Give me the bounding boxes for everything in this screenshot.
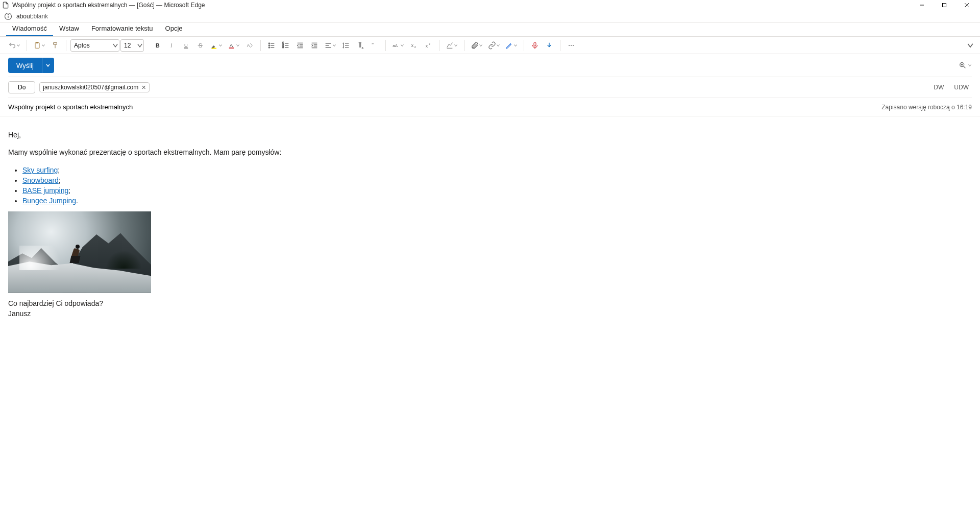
window-controls [911, 0, 978, 10]
zoom-button[interactable] [959, 61, 972, 69]
svg-text:”: ” [372, 42, 374, 49]
svg-rect-1 [943, 4, 946, 7]
superscript-button[interactable]: x2 [422, 39, 435, 52]
url-suffix: blank [33, 13, 48, 20]
tab-format-text[interactable]: Formatowanie tekstu [85, 21, 159, 36]
remove-recipient-icon[interactable]: ✕ [141, 84, 146, 91]
maximize-button[interactable] [933, 0, 955, 10]
address-bar: about:blank [0, 10, 980, 22]
body-list: Sky surfing; Snowboard; BASE jumping; Bu… [22, 165, 972, 206]
underline-button[interactable]: U [180, 39, 193, 52]
svg-text:U: U [184, 42, 188, 47]
tab-insert[interactable]: Wstaw [53, 21, 85, 36]
svg-point-58 [573, 45, 574, 46]
svg-point-56 [569, 45, 570, 46]
url-text[interactable]: about:blank [16, 13, 48, 20]
svg-text:3: 3 [282, 46, 284, 49]
clear-formatting-button[interactable]: A [243, 39, 256, 52]
font-name-select[interactable] [70, 39, 119, 52]
svg-point-23 [268, 47, 270, 48]
subscript-button[interactable]: x2 [407, 39, 421, 52]
strikethrough-button[interactable]: S [194, 39, 207, 52]
ltr-button[interactable] [354, 39, 367, 52]
close-button[interactable] [955, 0, 978, 10]
list-item: Sky surfing; [22, 165, 972, 175]
tab-message[interactable]: Wiadomość [6, 21, 53, 36]
subject-input[interactable] [8, 101, 877, 113]
quote-button[interactable]: ” [368, 39, 381, 52]
line-spacing-button[interactable] [339, 39, 353, 52]
list-item: BASE jumping; [22, 185, 972, 196]
svg-rect-15 [212, 47, 216, 49]
attach-button[interactable] [469, 39, 485, 52]
svg-point-6 [8, 14, 8, 15]
info-icon[interactable] [4, 12, 12, 20]
to-button[interactable]: Do [8, 81, 35, 93]
svg-text:2: 2 [429, 42, 430, 45]
font-size-select[interactable] [120, 39, 144, 52]
svg-text:A: A [230, 42, 233, 47]
page-icon [2, 2, 9, 9]
body-signature: Janusz [8, 308, 972, 319]
italic-button[interactable]: I [165, 39, 179, 52]
list-item: Snowboard; [22, 175, 972, 185]
font-size-input[interactable] [121, 42, 136, 49]
bold-button[interactable]: B [151, 39, 164, 52]
url-prefix: about: [16, 13, 33, 20]
bcc-button[interactable]: UDW [951, 84, 972, 91]
svg-text:aA: aA [393, 43, 398, 48]
increase-indent-button[interactable] [308, 39, 321, 52]
ribbon-toolbar: B I U S A A 123 ” aA x2 [0, 37, 980, 54]
svg-text:x: x [411, 42, 414, 47]
more-button[interactable] [565, 39, 578, 52]
svg-rect-8 [36, 42, 38, 43]
font-name-input[interactable] [71, 42, 112, 49]
ribbon-tabs: Wiadomość Wstaw Formatowanie tekstu Opcj… [0, 22, 980, 37]
embedded-image-snowboard[interactable] [8, 211, 151, 293]
svg-point-57 [571, 45, 572, 46]
dictate-button[interactable] [528, 39, 542, 52]
signature-button[interactable] [503, 39, 520, 52]
svg-text:x: x [426, 43, 428, 49]
paste-button[interactable] [31, 39, 47, 52]
window-title: Wspólny projekt o sportach ekstremalnych… [12, 2, 205, 9]
link-base-jumping[interactable]: BASE jumping [22, 186, 68, 195]
link-sky-surfing[interactable]: Sky surfing [22, 166, 58, 174]
svg-text:2: 2 [414, 45, 416, 49]
decrease-indent-button[interactable] [293, 39, 307, 52]
svg-text:A: A [247, 42, 250, 47]
link-snowboard[interactable]: Snowboard [22, 176, 59, 184]
body-greeting: Hej, [8, 130, 972, 140]
send-split-button: Wyślij [8, 58, 54, 73]
window-title-bar: Wspólny projekt o sportach ekstremalnych… [0, 0, 980, 10]
svg-text:B: B [156, 42, 160, 49]
recipient-chip[interactable]: januszkowalski020507@gmail.com ✕ [39, 82, 150, 92]
font-color-button[interactable]: A [226, 39, 242, 52]
list-item: Bungee Jumping. [22, 196, 972, 206]
ribbon-collapse-button[interactable] [964, 39, 977, 52]
undo-button[interactable] [6, 39, 22, 52]
change-case-button[interactable]: aA [390, 39, 406, 52]
svg-point-19 [268, 43, 270, 44]
message-body[interactable]: Hej, Mamy wspólnie wykonać prezentację o… [0, 116, 980, 325]
svg-line-60 [964, 66, 965, 68]
body-question: Co najbardziej Ci odpowiada? [8, 298, 972, 308]
send-button[interactable]: Wyślij [8, 58, 42, 73]
svg-rect-7 [35, 42, 39, 48]
cc-button[interactable]: DW [930, 84, 947, 91]
numbering-button[interactable]: 123 [279, 39, 292, 52]
bullets-button[interactable] [265, 39, 278, 52]
minimize-button[interactable] [911, 0, 933, 10]
link-bungee-jumping[interactable]: Bungee Jumping [22, 197, 76, 205]
send-dropdown-button[interactable] [42, 58, 54, 73]
svg-text:I: I [170, 42, 172, 49]
align-button[interactable] [322, 39, 338, 52]
tab-options[interactable]: Opcje [159, 21, 189, 36]
styles-button[interactable] [444, 39, 460, 52]
link-button[interactable] [486, 39, 502, 52]
subject-row: Zapisano wersję roboczą o 16:19 [0, 98, 980, 116]
priority-button[interactable] [543, 39, 556, 52]
highlight-button[interactable] [208, 39, 225, 52]
svg-point-21 [268, 45, 270, 46]
format-painter-button[interactable] [48, 39, 62, 52]
